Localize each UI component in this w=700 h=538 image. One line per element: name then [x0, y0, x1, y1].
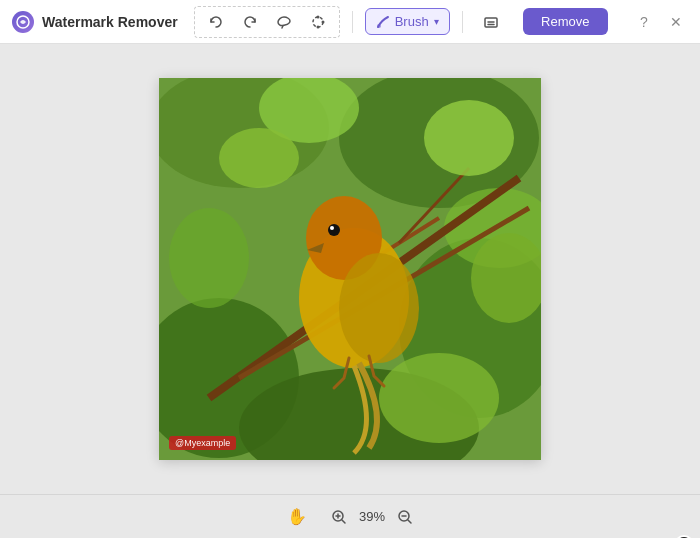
svg-point-3 — [321, 20, 324, 23]
svg-line-35 — [408, 520, 411, 523]
undo-button[interactable] — [201, 9, 231, 35]
svg-point-23 — [339, 253, 419, 363]
app-title: Watermark Remover — [42, 14, 178, 30]
svg-point-24 — [328, 224, 340, 236]
svg-line-32 — [342, 520, 345, 523]
svg-point-15 — [169, 208, 249, 308]
svg-point-26 — [424, 100, 514, 176]
hand-tool-button[interactable]: ✋ — [283, 503, 311, 530]
zoom-in-button[interactable] — [327, 505, 351, 529]
brush-label: Brush — [395, 14, 429, 29]
canvas-area: @Myexample — [0, 44, 700, 494]
remove-button[interactable]: Remove — [523, 8, 607, 35]
svg-point-16 — [379, 353, 499, 443]
toolbar-divider-2 — [462, 11, 463, 33]
redo-button[interactable] — [235, 9, 265, 35]
svg-point-25 — [330, 226, 334, 230]
svg-point-2 — [316, 15, 319, 18]
hand-icon: ✋ — [287, 507, 307, 526]
close-button[interactable]: ✕ — [664, 10, 688, 34]
image-container: @Myexample — [159, 78, 541, 460]
erase-button[interactable] — [475, 9, 507, 35]
app-logo — [12, 11, 34, 33]
window-controls: ? ✕ — [632, 10, 688, 34]
watermark-badge: @Myexample — [169, 436, 236, 450]
lasso-button[interactable] — [269, 9, 299, 35]
svg-point-4 — [316, 25, 319, 28]
main-image[interactable]: @Myexample — [159, 78, 541, 460]
svg-point-27 — [219, 128, 299, 188]
zoom-out-button[interactable] — [393, 505, 417, 529]
nav-toolbar — [194, 6, 340, 38]
zoom-bar: ✋ 39% — [0, 494, 700, 538]
help-button[interactable]: ? — [632, 10, 656, 34]
brush-chevron-icon: ▾ — [434, 16, 439, 27]
brush-button[interactable]: Brush ▾ — [365, 8, 450, 35]
title-bar: Watermark Remover — [0, 0, 700, 44]
svg-point-5 — [377, 24, 381, 28]
polygon-button[interactable] — [303, 9, 333, 35]
toolbar-divider-1 — [352, 11, 353, 33]
zoom-controls: 39% — [327, 505, 417, 529]
zoom-level: 39% — [359, 509, 385, 524]
